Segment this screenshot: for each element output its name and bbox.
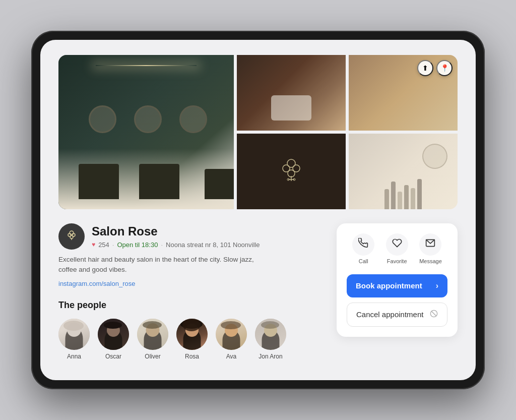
cancel-appointment-button[interactable]: Cancel appointment [347, 303, 447, 327]
salon-meta: ♥ 254 · Open til 18:30 · Noona streat nr… [92, 241, 260, 249]
avatar-anna [58, 319, 90, 350]
avatar-oliver [137, 319, 168, 350]
photo-hair-wash [237, 55, 346, 131]
action-icons-row: Call Favorite [347, 233, 447, 264]
person-jonaron[interactable]: Jon Aron [255, 319, 286, 360]
avatar-jonaron [255, 319, 286, 350]
mirror-1 [89, 105, 116, 133]
person-rosa[interactable]: Rosa [176, 319, 208, 360]
content-area: Salon Rose ♥ 254 · Open til 18:30 · Noon… [58, 223, 458, 361]
person-ava[interactable]: Ava [216, 319, 247, 360]
book-appointment-button[interactable]: Book appointment › [347, 274, 447, 297]
message-icon [425, 238, 435, 251]
mirror-3 [179, 105, 207, 133]
people-section-title: The people [58, 300, 325, 311]
svg-line-15 [431, 311, 436, 316]
svg-point-8 [70, 231, 74, 235]
call-icon [358, 238, 368, 251]
share-button[interactable]: ⬆ [417, 60, 433, 76]
salon-rating: 254 [98, 241, 109, 249]
salon-name: Salon Rose [92, 224, 260, 239]
salon-name-block: Salon Rose ♥ 254 · Open til 18:30 · Noon… [92, 224, 260, 249]
salon-instagram-link[interactable]: instagram.com/salon_rose [58, 280, 135, 287]
device-screen: ⬆ 📍 [40, 40, 476, 381]
person-oscar-name: Oscar [105, 353, 121, 360]
favorite-action[interactable]: Favorite [386, 233, 408, 264]
separator-2: · [161, 241, 163, 249]
svg-point-0 [287, 159, 295, 167]
person-anna[interactable]: Anna [58, 319, 90, 360]
salon-logo-icon [276, 153, 306, 189]
heart-icon: ♥ [92, 241, 95, 248]
action-panel: Call Favorite [337, 223, 458, 337]
device-frame: ⬆ 📍 [31, 31, 485, 390]
cancel-icon [430, 310, 438, 320]
avatar-ava [216, 319, 247, 350]
photo-actions: ⬆ 📍 [417, 60, 453, 76]
book-appointment-label: Book appointment [356, 281, 422, 290]
people-list: Anna Oscar [58, 319, 325, 360]
salon-avatar [58, 223, 85, 250]
mirror-2 [134, 105, 162, 133]
message-action[interactable]: Message [419, 233, 442, 264]
favorite-label: Favorite [387, 258, 407, 264]
photo-logo [237, 134, 346, 209]
person-oscar[interactable]: Oscar [98, 319, 129, 360]
share-icon: ⬆ [422, 64, 428, 72]
salon-address: Noona streat nr 8, 101 Noonville [166, 241, 260, 249]
heart-favorite-icon [392, 238, 402, 251]
avatar-rosa [176, 319, 208, 350]
call-action[interactable]: Call [352, 233, 374, 264]
person-anna-name: Anna [67, 353, 81, 360]
person-rosa-name: Rosa [185, 353, 199, 360]
salon-avatar-icon [66, 229, 78, 244]
message-icon-circle [419, 233, 441, 256]
avatar-oscar [98, 319, 129, 350]
person-ava-name: Ava [226, 353, 236, 360]
cancel-appointment-label: Cancel appointment [356, 310, 423, 319]
svg-point-3 [288, 170, 295, 177]
person-jonaron-name: Jon Aron [259, 353, 282, 360]
people-section: The people Anna [58, 300, 325, 360]
person-oliver-name: Oliver [145, 353, 160, 360]
book-arrow-icon: › [436, 281, 438, 290]
salon-status: Open til 18:30 [117, 241, 158, 249]
person-oliver[interactable]: Oliver [137, 319, 168, 360]
message-label: Message [419, 258, 442, 264]
location-pin-icon: 📍 [440, 64, 449, 72]
photo-main [58, 55, 234, 209]
photo-products [349, 134, 458, 209]
info-section: Salon Rose ♥ 254 · Open til 18:30 · Noon… [58, 223, 325, 361]
call-label: Call [359, 258, 368, 264]
location-button[interactable]: 📍 [436, 60, 453, 76]
favorite-icon-circle [386, 233, 408, 256]
separator-1: · [112, 241, 114, 249]
photo-grid: ⬆ 📍 [58, 55, 458, 209]
photo-hair-style: ⬆ 📍 [349, 55, 458, 131]
salon-header: Salon Rose ♥ 254 · Open til 18:30 · Noon… [58, 223, 325, 250]
salon-description: Excellent hair and beauty salon in the h… [58, 255, 270, 275]
salon-interior-image [58, 55, 234, 209]
call-icon-circle [352, 233, 374, 256]
